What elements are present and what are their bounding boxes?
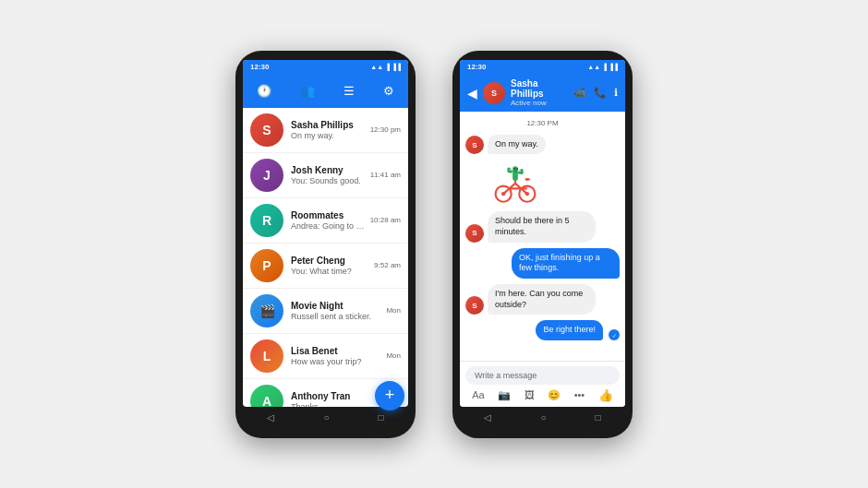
svg-line-17 [510, 168, 511, 169]
message-row-3: S Should be there in 5 minutes. [465, 211, 620, 242]
avatar-peter: P [250, 249, 283, 282]
convo-name-movie: Movie Night [291, 301, 382, 311]
avatar-josh: J [250, 159, 283, 192]
convo-info-sasha: Sasha Phillips On my way. [291, 120, 367, 140]
chat-header-actions: 📹 📞 ℹ [573, 87, 618, 99]
home-button[interactable]: ○ [540, 412, 546, 423]
msg-avatar-sasha-2: S [465, 224, 484, 243]
left-time: 12:30 [250, 63, 269, 71]
signal-icon: ▲▲ [587, 64, 600, 70]
svg-rect-14 [521, 169, 524, 174]
convo-time-movie: Mon [386, 306, 401, 315]
convo-item-josh[interactable]: J Josh Kenny You: Sounds good. 11:41 am [243, 153, 408, 198]
text-format-icon[interactable]: Aa [472, 389, 484, 400]
settings-icon[interactable]: ⚙ [378, 84, 400, 98]
emoji-icon[interactable]: 😊 [548, 389, 561, 401]
more-icon[interactable]: ••• [574, 389, 585, 400]
recents-button[interactable]: □ [595, 412, 600, 423]
avatar-movie: 🎬 [250, 294, 283, 327]
message-timestamp: 12:30 PM [465, 119, 620, 127]
convo-name-peter: Peter Cheng [291, 256, 370, 266]
people-icon[interactable]: 👥 [295, 84, 320, 98]
left-status-icons: ▲▲ ▐ ▐▐ [370, 64, 401, 70]
message-row-1: S On my way. [465, 135, 620, 155]
messenger-nav: 🕐 👥 ☰ ⚙ [243, 75, 408, 108]
chat-messages: 12:30 PM S On my way. [460, 112, 625, 361]
bubble-3: Should be there in 5 minutes. [488, 211, 596, 242]
chat-contact-avatar: S [483, 82, 505, 104]
back-button[interactable]: ◁ [267, 412, 274, 423]
msg-avatar-sasha-3: S [465, 296, 484, 315]
conversation-list: S Sasha Phillips On my way. 12:30 pm J J… [243, 108, 408, 407]
like-icon[interactable]: 👍 [598, 388, 613, 402]
convo-info-roommates: Roommates Andrea: Going to Kevin's tonig… [291, 210, 367, 231]
left-phone: 12:30 ▲▲ ▐ ▐▐ 🕐 👥 ☰ ⚙ S Sasha Phillips O… [235, 51, 416, 438]
message-input-field[interactable]: Write a message [465, 366, 620, 385]
svg-line-19 [519, 170, 520, 171]
right-screen: 12:30 ▲▲ ▐ ▐▐ ◀ S Sasha Phillips Active … [460, 60, 625, 407]
bubble-6: Be right there! [536, 320, 603, 340]
wifi-icon: ▐ [385, 64, 390, 70]
convo-info-josh: Josh Kenny You: Sounds good. [291, 165, 367, 185]
back-button[interactable]: ◁ [484, 412, 491, 423]
bubble-1: On my way. [488, 135, 546, 155]
chat-toolbar: Aa 📷 🖼 😊 ••• 👍 [465, 388, 620, 402]
menu-icon[interactable]: ☰ [338, 84, 360, 98]
convo-item-movie[interactable]: 🎬 Movie Night Russell sent a sticker. Mo… [243, 289, 408, 334]
message-row-6: Be right there! ✓ [465, 320, 620, 340]
back-button[interactable]: ◀ [467, 86, 477, 101]
read-receipt-icon: ✓ [609, 329, 620, 340]
convo-info-peter: Peter Cheng You: What time? [291, 256, 370, 276]
bubble-4: OK, just finishing up a few things. [512, 248, 620, 279]
left-screen: 12:30 ▲▲ ▐ ▐▐ 🕐 👥 ☰ ⚙ S Sasha Phillips O… [243, 60, 408, 407]
signal-icon: ▲▲ [370, 64, 383, 70]
svg-rect-13 [507, 168, 510, 172]
convo-preview-josh: You: Sounds good. [291, 176, 367, 185]
convo-item-lisa[interactable]: L Lisa Benet How was your trip? Mon [243, 334, 408, 379]
avatar-roommates: R [250, 204, 283, 237]
convo-time-lisa: Mon [386, 351, 401, 360]
recents-button[interactable]: □ [378, 412, 383, 423]
svg-point-16 [516, 168, 518, 170]
info-icon[interactable]: ℹ [614, 87, 618, 99]
sticker-image [488, 160, 543, 206]
recent-icon[interactable]: 🕐 [251, 84, 277, 98]
left-status-bar: 12:30 ▲▲ ▐ ▐▐ [243, 60, 408, 75]
home-button[interactable]: ○ [323, 412, 329, 423]
convo-name-roommates: Roommates [291, 210, 367, 220]
convo-name-josh: Josh Kenny [291, 165, 367, 175]
avatar-sasha: S [250, 113, 283, 147]
message-row-4: OK, just finishing up a few things. [465, 248, 620, 279]
chat-header: ◀ S Sasha Phillips Active now 📹 📞 ℹ [460, 75, 625, 112]
convo-preview-movie: Russell sent a sticker. [291, 312, 382, 321]
convo-preview-peter: You: What time? [291, 267, 370, 276]
convo-info-movie: Movie Night Russell sent a sticker. [291, 301, 382, 321]
phone-call-icon[interactable]: 📞 [594, 87, 607, 99]
avatar-anthony: A [250, 385, 283, 407]
camera-icon[interactable]: 📷 [498, 389, 511, 401]
convo-time-josh: 11:41 am [370, 171, 401, 179]
avatar-lisa: L [250, 339, 283, 373]
convo-item-peter[interactable]: P Peter Cheng You: What time? 9:52 am [243, 244, 408, 289]
convo-item-sasha[interactable]: S Sasha Phillips On my way. 12:30 pm [243, 108, 408, 153]
chat-contact-name: Sasha Phillips [511, 78, 568, 99]
left-phone-nav: ◁ ○ □ [243, 407, 408, 429]
convo-name-lisa: Lisa Benet [291, 346, 382, 356]
fab-button[interactable]: + [375, 381, 404, 407]
right-time: 12:30 [467, 63, 486, 71]
convo-item-roommates[interactable]: R Roommates Andrea: Going to Kevin's ton… [243, 198, 408, 244]
video-call-icon[interactable]: 📹 [573, 87, 586, 99]
convo-info-lisa: Lisa Benet How was your trip? [291, 346, 382, 366]
right-status-bar: 12:30 ▲▲ ▐ ▐▐ [460, 60, 625, 75]
convo-preview-roommates: Andrea: Going to Kevin's tonight? [291, 221, 367, 231]
photo-icon[interactable]: 🖼 [524, 389, 535, 400]
chat-contact-info: Sasha Phillips Active now [511, 78, 568, 107]
wifi-icon: ▐ [602, 64, 607, 70]
convo-name-sasha: Sasha Phillips [291, 120, 367, 130]
convo-time-roommates: 10:28 am [370, 216, 401, 224]
chat-contact-status: Active now [511, 99, 568, 107]
convo-time-sasha: 12:30 pm [370, 125, 401, 134]
chat-input-bar: Write a message Aa 📷 🖼 😊 ••• 👍 [460, 361, 625, 407]
right-phone: 12:30 ▲▲ ▐ ▐▐ ◀ S Sasha Phillips Active … [452, 51, 633, 438]
message-row-5: S I'm here. Can you come outside? [465, 284, 620, 315]
